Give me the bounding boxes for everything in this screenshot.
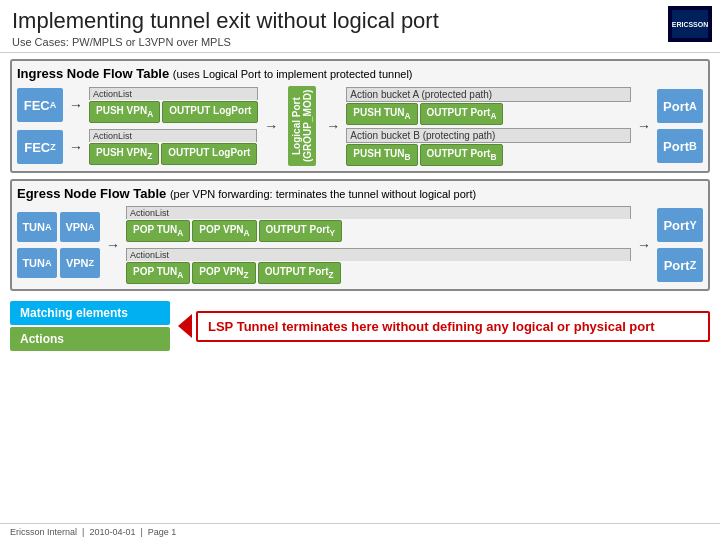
page-title: Implementing tunnel exit without logical… <box>12 8 708 34</box>
port-y-box: PortY <box>657 208 703 242</box>
bucket-a-btns: PUSH TUNA OUTPUT PortA <box>346 103 631 125</box>
output-logport-z-btn[interactable]: OUTPUT LogPort <box>161 143 257 165</box>
action-list-label-z: ActionList <box>89 129 257 142</box>
logical-port-box: Logical Port(GROUP_MOD) <box>288 86 316 166</box>
pop-vpn-a-btn[interactable]: POP VPNA <box>192 220 256 242</box>
footer-page: Page 1 <box>148 527 177 537</box>
ingress-title: Ingress Node Flow Table (uses Logical Po… <box>17 66 703 81</box>
egress-title: Egress Node Flow Table (per VPN forwardi… <box>17 186 703 201</box>
footer-date: 2010-04-01 <box>89 527 135 537</box>
output-logport-a-btn[interactable]: OUTPUT LogPort <box>162 101 258 123</box>
egress-action-rows: ActionList POP TUNA POP VPNA OUTPUT Port… <box>126 206 631 284</box>
egress-btns-z: POP TUNA POP VPNZ OUTPUT PortZ <box>126 262 631 284</box>
port-a-box: PortA <box>657 89 703 123</box>
egress-action-label-y: ActionList <box>126 206 631 219</box>
legend-box: Matching elements Actions <box>10 301 170 351</box>
arrow-icon: → <box>69 97 83 113</box>
push-vpn-z-btn[interactable]: PUSH VPNZ <box>89 143 159 165</box>
header: Implementing tunnel exit without logical… <box>0 0 720 53</box>
egress-inner: TUNA VPNA TUNA VPNZ → ActionList POP TUN… <box>17 206 703 284</box>
push-vpn-a-btn[interactable]: PUSH VPNA <box>89 101 160 123</box>
pop-vpn-z-btn[interactable]: POP VPNZ <box>192 262 255 284</box>
output-port-b-btn[interactable]: OUTPUT PortB <box>420 144 504 166</box>
arrow-icon: → <box>106 237 120 253</box>
egress-btns-y: POP TUNA POP VPNA OUTPUT PortY <box>126 220 631 242</box>
egress-action-y: ActionList POP TUNA POP VPNA OUTPUT Port… <box>126 206 631 242</box>
vpn-a-box: VPNA <box>60 212 100 242</box>
lsp-section: LSP Tunnel terminates here without defin… <box>178 301 710 351</box>
action-buckets: Action bucket A (protected path) PUSH TU… <box>346 87 631 166</box>
bucket-a-title: Action bucket A (protected path) <box>346 87 631 102</box>
lsp-arrow-container <box>178 314 192 338</box>
output-port-z-btn[interactable]: OUTPUT PortZ <box>258 262 341 284</box>
egress-tun-col: TUNA VPNA TUNA VPNZ <box>17 212 100 278</box>
footer: Ericsson Internal | 2010-04-01 | Page 1 <box>0 523 720 540</box>
action-btns-a: PUSH VPNA OUTPUT LogPort <box>89 101 258 123</box>
action-list-label-a: ActionList <box>89 87 258 100</box>
fec-row-a: FECA → ActionList PUSH VPNA OUTPUT LogPo… <box>17 87 258 123</box>
matching-elements-label: Matching elements <box>10 301 170 325</box>
bottom-section: Matching elements Actions LSP Tunnel ter… <box>0 301 720 351</box>
arrow-icon: → <box>637 118 651 134</box>
bucket-b-title: Action bucket B (protecting path) <box>346 128 631 143</box>
arrow-icon: → <box>326 118 340 134</box>
action-list-z: ActionList PUSH VPNZ OUTPUT LogPort <box>89 129 257 165</box>
output-port-a-btn[interactable]: OUTPUT PortA <box>420 103 504 125</box>
bucket-b: Action bucket B (protecting path) PUSH T… <box>346 128 631 166</box>
action-btns-z: PUSH VPNZ OUTPUT LogPort <box>89 143 257 165</box>
arrow-icon: → <box>637 237 651 253</box>
egress-action-z: ActionList POP TUNA POP VPNZ OUTPUT Port… <box>126 248 631 284</box>
output-port-y-btn[interactable]: OUTPUT PortY <box>259 220 342 242</box>
ingress-flow-table: Ingress Node Flow Table (uses Logical Po… <box>10 59 710 173</box>
footer-company: Ericsson Internal <box>10 527 77 537</box>
page-subtitle: Use Cases: PW/MPLS or L3VPN over MPLS <box>12 36 708 48</box>
lsp-left-arrow-icon <box>178 314 192 338</box>
vpn-z-box: VPNZ <box>60 248 100 278</box>
tun-a-y-box: TUNA <box>17 212 57 242</box>
actions-label: Actions <box>10 327 170 351</box>
tun-a-z-box: TUNA <box>17 248 57 278</box>
action-list-a: ActionList PUSH VPNA OUTPUT LogPort <box>89 87 258 123</box>
ingress-ports: PortA PortB <box>657 89 703 163</box>
arrow-icon: → <box>69 139 83 155</box>
egress-flow-table: Egress Node Flow Table (per VPN forwardi… <box>10 179 710 291</box>
push-tun-a-btn[interactable]: PUSH TUNA <box>346 103 417 125</box>
port-z-box: PortZ <box>657 248 703 282</box>
lsp-box: LSP Tunnel terminates here without defin… <box>196 311 710 342</box>
push-tun-b-btn[interactable]: PUSH TUNB <box>346 144 417 166</box>
port-b-box: PortB <box>657 129 703 163</box>
ericsson-logo: ERICSSON <box>668 6 712 42</box>
main-content: Ingress Node Flow Table (uses Logical Po… <box>0 53 720 297</box>
lsp-text: LSP Tunnel terminates here without defin… <box>208 319 655 334</box>
fec-row-z: FECZ → ActionList PUSH VPNZ OUTPUT LogPo… <box>17 129 258 165</box>
egress-row-z: TUNA VPNZ <box>17 248 100 278</box>
fec-a-box: FECA <box>17 88 63 122</box>
egress-row-y: TUNA VPNA <box>17 212 100 242</box>
fec-z-box: FECZ <box>17 130 63 164</box>
ingress-inner: FECA → ActionList PUSH VPNA OUTPUT LogPo… <box>17 86 703 166</box>
arrow-icon: → <box>264 118 278 134</box>
ingress-fec-rows: FECA → ActionList PUSH VPNA OUTPUT LogPo… <box>17 87 258 165</box>
pop-tun-a-y-btn[interactable]: POP TUNA <box>126 220 190 242</box>
svg-text:ERICSSON: ERICSSON <box>672 21 708 28</box>
egress-ports: PortY PortZ <box>657 208 703 282</box>
bucket-a: Action bucket A (protected path) PUSH TU… <box>346 87 631 125</box>
bucket-b-btns: PUSH TUNB OUTPUT PortB <box>346 144 631 166</box>
egress-action-label-z: ActionList <box>126 248 631 261</box>
pop-tun-a-z-btn[interactable]: POP TUNA <box>126 262 190 284</box>
